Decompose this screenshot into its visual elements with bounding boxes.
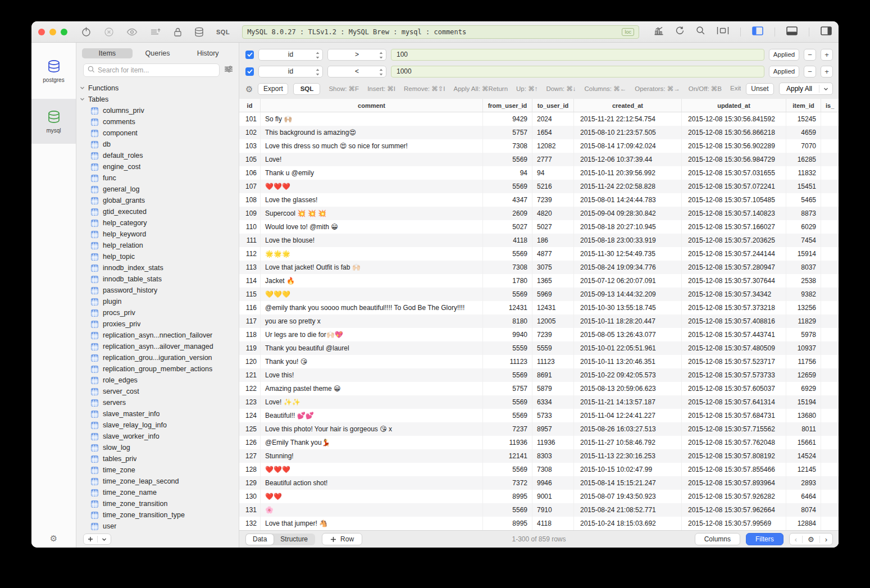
cell-created-at[interactable]: 2015-08-05 13:26:43.077 xyxy=(574,328,682,341)
cell-from-user-id[interactable]: 12431 xyxy=(483,301,532,314)
remove-filter-button[interactable]: − xyxy=(804,49,816,61)
cell-comment[interactable]: Jacket 🔥 xyxy=(261,274,483,288)
cell-created-at[interactable]: 2015-10-30 13:55:18.745 xyxy=(574,301,682,314)
sidebar-table-item[interactable]: innodb_table_stats xyxy=(80,274,239,285)
cell-from-user-id[interactable]: 7308 xyxy=(483,261,532,274)
cell-created-at[interactable]: 2015-10-22 09:42:05.573 xyxy=(574,368,682,382)
table-row[interactable]: 129 Beautiful action shot! 7372 9946 201… xyxy=(239,476,839,490)
cell-created-at[interactable]: 2015-10-11 13:20:46.351 xyxy=(574,355,682,368)
cell-is[interactable] xyxy=(821,314,839,328)
cell-created-at[interactable]: 2015-08-24 19:09:34.776 xyxy=(574,261,682,274)
cell-from-user-id[interactable]: 5569 xyxy=(483,180,532,193)
cell-item-id[interactable]: 13680 xyxy=(786,409,821,422)
sidebar-table-item[interactable]: replication_asyn...nnection_failover xyxy=(80,330,239,341)
cell-is[interactable] xyxy=(821,517,839,530)
cell-id[interactable]: 124 xyxy=(239,409,261,422)
table-row[interactable]: 109 Supercool 💥 💥 💥 2609 4820 2015-09-04… xyxy=(239,207,839,220)
sidebar-table-item[interactable]: time_zone xyxy=(80,464,239,476)
cell-item-id[interactable]: 6464 xyxy=(786,490,821,503)
column-header-created-at[interactable]: created_at xyxy=(574,99,682,112)
cell-comment[interactable]: Love that jacket! Outfit is fab 🙌🏻 xyxy=(261,261,483,274)
cell-from-user-id[interactable]: 8180 xyxy=(483,314,532,328)
cell-updated-at[interactable]: 2015-12-08 15:30:57.808192 xyxy=(682,449,786,463)
cell-to-user-id[interactable]: 7239 xyxy=(532,328,574,341)
sidebar-table-item[interactable]: time_zone_name xyxy=(80,487,239,498)
column-header-comment[interactable]: comment xyxy=(261,99,483,112)
cell-comment[interactable]: Beautiful action shot! xyxy=(261,476,483,490)
cell-item-id[interactable]: 6929 xyxy=(786,382,821,395)
cell-to-user-id[interactable]: 7910 xyxy=(532,503,574,517)
applied-button[interactable]: Applied xyxy=(769,49,799,61)
sidebar-table-item[interactable]: engine_cost xyxy=(80,161,239,172)
cell-from-user-id[interactable]: 8995 xyxy=(483,490,532,503)
sidebar-table-item[interactable]: replication_group_member_actions xyxy=(80,363,239,375)
remove-filter-button[interactable]: − xyxy=(804,66,816,78)
cell-updated-at[interactable]: 2015-12-08 15:30:57.962664 xyxy=(682,503,786,517)
cell-id[interactable]: 128 xyxy=(239,463,261,476)
cell-comment[interactable]: So fly 🙌🏼 xyxy=(261,112,483,126)
table-row[interactable]: 128 ❤️❤️❤️ 5569 7308 2015-10-15 10:02:47… xyxy=(239,463,839,476)
cell-item-id[interactable]: 5978 xyxy=(786,328,821,341)
cell-item-id[interactable]: 8011 xyxy=(786,422,821,436)
tab-items[interactable]: Items xyxy=(82,48,133,58)
log-icon[interactable] xyxy=(150,28,161,37)
cell-comment[interactable]: Stunning! xyxy=(261,449,483,463)
cell-id[interactable]: 130 xyxy=(239,490,261,503)
cell-comment[interactable]: This background is amazing😍 xyxy=(261,126,483,139)
cell-id[interactable]: 112 xyxy=(239,247,261,261)
search-input[interactable] xyxy=(98,66,215,74)
toggle-bottom-panel-icon[interactable] xyxy=(786,26,798,38)
cell-is[interactable] xyxy=(821,234,839,247)
column-header-id[interactable]: id xyxy=(239,99,261,112)
sidebar-table-item[interactable]: columns_priv xyxy=(80,105,239,116)
cell-is[interactable] xyxy=(821,449,839,463)
cell-to-user-id[interactable]: 8957 xyxy=(532,422,574,436)
sidebar-table-item[interactable]: default_roles xyxy=(80,150,239,161)
cell-is[interactable] xyxy=(821,261,839,274)
cell-is[interactable] xyxy=(821,153,839,166)
cell-updated-at[interactable]: 2015-12-08 15:30:57.105485 xyxy=(682,193,786,207)
cell-updated-at[interactable]: 2015-12-08 15:30:56.866218 xyxy=(682,126,786,139)
cell-updated-at[interactable]: 2015-12-08 15:30:57.443741 xyxy=(682,328,786,341)
table-row[interactable]: 130 ❤️❤️ 8995 9001 2015-08-07 19:43:50.9… xyxy=(239,490,839,503)
cell-from-user-id[interactable]: 12141 xyxy=(483,449,532,463)
cell-item-id[interactable]: 7070 xyxy=(786,139,821,153)
cell-to-user-id[interactable]: 4118 xyxy=(532,517,574,530)
add-filter-button[interactable]: + xyxy=(821,66,833,78)
sidebar-table-item[interactable]: tables_priv xyxy=(80,453,239,464)
cell-created-at[interactable]: 2015-08-14 15:15:21.247 xyxy=(574,476,682,490)
table-row[interactable]: 112 🌟🌟🌟 5569 4877 2015-11-30 12:54:49.73… xyxy=(239,247,839,261)
cell-id[interactable]: 123 xyxy=(239,395,261,409)
table-row[interactable]: 123 Love! ✨✨ 5569 6334 2015-11-21 14:13:… xyxy=(239,395,839,409)
table-row[interactable]: 101 So fly 🙌🏼 9429 2024 2015-11-21 22:12… xyxy=(239,112,839,126)
cell-to-user-id[interactable]: 12082 xyxy=(532,139,574,153)
cell-id[interactable]: 110 xyxy=(239,220,261,234)
cell-updated-at[interactable]: 2015-12-08 15:30:56.841592 xyxy=(682,112,786,126)
cell-to-user-id[interactable]: 11936 xyxy=(532,436,574,449)
cell-updated-at[interactable]: 2015-12-08 15:30:57.307644 xyxy=(682,274,786,288)
cell-comment[interactable]: 🌸 xyxy=(261,503,483,517)
preview-eye-icon[interactable] xyxy=(126,28,138,36)
cell-from-user-id[interactable]: 94 xyxy=(483,166,532,180)
cell-to-user-id[interactable]: 1654 xyxy=(532,126,574,139)
item-search-box[interactable] xyxy=(83,63,220,77)
cell-is[interactable] xyxy=(821,368,839,382)
cell-created-at[interactable]: 2015-08-13 20:59:06.623 xyxy=(574,382,682,395)
cell-from-user-id[interactable]: 5569 xyxy=(483,247,532,261)
cell-from-user-id[interactable]: 5569 xyxy=(483,503,532,517)
table-row[interactable]: 110 Would love to! @mith 😁 5027 5027 201… xyxy=(239,220,839,234)
cell-created-at[interactable]: 2015-10-24 18:15:03.692 xyxy=(574,517,682,530)
cell-item-id[interactable]: 4659 xyxy=(786,126,821,139)
cell-from-user-id[interactable]: 4347 xyxy=(483,193,532,207)
cell-to-user-id[interactable]: 4820 xyxy=(532,207,574,220)
sidebar-table-item[interactable]: slave_master_info xyxy=(80,408,239,420)
cell-is[interactable] xyxy=(821,355,839,368)
cell-comment[interactable]: Love! xyxy=(261,153,483,166)
cell-item-id[interactable]: 8037 xyxy=(786,261,821,274)
cell-item-id[interactable]: 8873 xyxy=(786,207,821,220)
cell-id[interactable]: 132 xyxy=(239,517,261,530)
cell-id[interactable]: 116 xyxy=(239,301,261,314)
cell-from-user-id[interactable]: 11936 xyxy=(483,436,532,449)
add-filter-button[interactable]: + xyxy=(821,49,833,61)
filter-sliders-icon[interactable] xyxy=(224,65,233,75)
